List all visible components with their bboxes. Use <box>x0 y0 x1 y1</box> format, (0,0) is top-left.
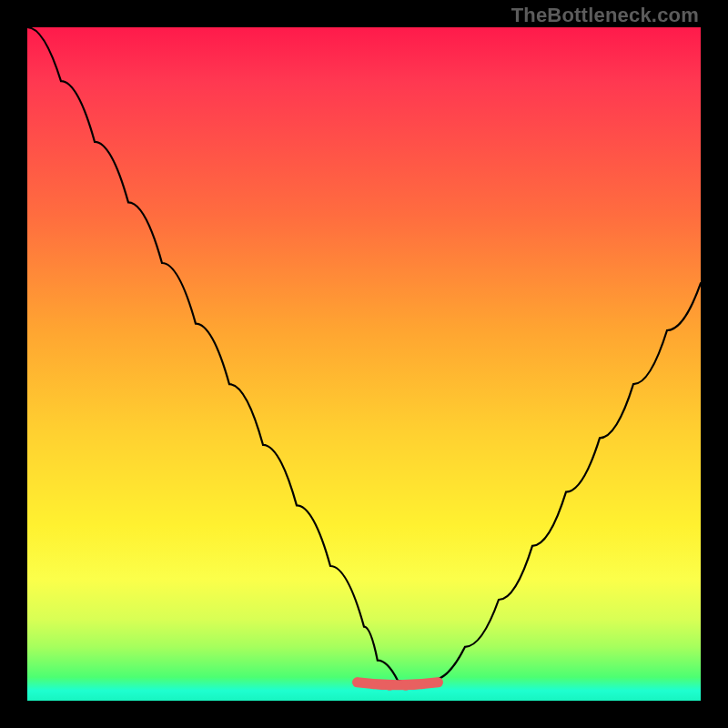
minimum-dot <box>417 680 426 689</box>
minimum-dot <box>433 678 442 687</box>
bottleneck-curve <box>27 27 701 701</box>
curve-left-branch <box>27 27 418 687</box>
minimum-dot <box>369 680 378 689</box>
minimum-dot <box>401 681 410 690</box>
minimum-dot <box>352 678 361 687</box>
chart-frame: TheBottleneck.com <box>0 0 728 728</box>
plot-area <box>27 27 701 701</box>
curve-right-branch <box>418 283 701 687</box>
minimum-dot <box>385 681 394 690</box>
watermark-text: TheBottleneck.com <box>511 4 699 27</box>
